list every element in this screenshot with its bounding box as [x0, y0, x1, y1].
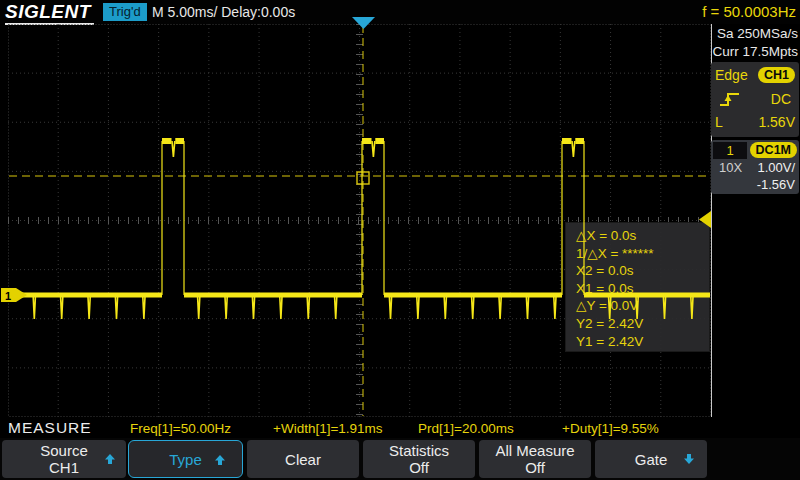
down-arrow-icon	[683, 453, 695, 465]
cursor-readout[interactable]: △X = 0.0s1/△X = ******X2 = 0.0sX1 = 0.0s…	[565, 222, 710, 352]
up-arrow-icon	[214, 454, 226, 466]
button-value: Off	[525, 459, 545, 476]
button-value: Off	[409, 459, 429, 476]
channel-coupling-badge: DC1M	[750, 142, 797, 158]
menu-button-clear[interactable]: Clear	[247, 440, 359, 478]
measurement-readout: Prd[1]=20.00ms	[418, 421, 514, 436]
button-label: Source	[40, 442, 88, 459]
channel-panel[interactable]: 1 DC1M 10X 1.00V/ -1.56V	[711, 140, 799, 194]
button-label: Clear	[285, 451, 321, 468]
cursor-readout-line: △Y = 0.0V	[576, 297, 709, 315]
vertical-offset: -1.56V	[757, 177, 795, 192]
measure-title: MEASURE	[8, 419, 92, 437]
cursor-readout-line: 1/△X = ******	[576, 245, 709, 263]
trigger-level-letter: L	[715, 114, 723, 130]
menu-button-statistics[interactable]: Statistics Off	[363, 440, 475, 478]
trigger-coupling-label: DC	[771, 91, 791, 107]
trigger-level-value: 1.56V	[758, 114, 795, 130]
measurement-readout: +Width[1]=1.91ms	[273, 421, 383, 436]
button-value: CH1	[49, 459, 79, 476]
measure-bar: MEASURE Freq[1]=50.00Hz+Width[1]=1.91msP…	[0, 418, 800, 438]
button-label: Type	[169, 451, 202, 468]
menu-button-all-measure[interactable]: All Measure Off	[479, 440, 591, 478]
cursor-readout-line: △X = 0.0s	[576, 227, 709, 245]
vertical-scale: 1.00V/	[757, 160, 795, 175]
softkey-menu: Source CH1 Type Clear Statistics Off All…	[0, 438, 800, 480]
cursor-readout-line: X1 = 0.0s	[576, 280, 709, 298]
probe-attenuation: 10X	[719, 160, 742, 175]
rising-edge-icon	[719, 90, 740, 108]
button-label: Gate	[635, 451, 668, 468]
trigger-type-label: Edge	[715, 67, 748, 83]
trigger-panel[interactable]: Edge CH1 DC L 1.56V	[711, 62, 799, 137]
cursor-readout-line: Y2 = 2.42V	[576, 315, 709, 333]
oscilloscope-screen: SIGLENT Trig'd M 5.00ms/ Delay:0.00s f =…	[0, 0, 800, 480]
menu-button-source[interactable]: Source CH1	[2, 440, 126, 478]
menu-button-gate[interactable]: Gate	[595, 440, 707, 478]
cursor-readout-line: X2 = 0.0s	[576, 262, 709, 280]
button-label: Statistics	[389, 442, 449, 459]
measurement-readout: +Duty[1]=9.55%	[562, 421, 659, 436]
measurement-readout: Freq[1]=50.00Hz	[130, 421, 231, 436]
button-label: All Measure	[495, 442, 574, 459]
up-arrow-icon	[104, 453, 116, 465]
cursor-readout-line: Y1 = 2.42V	[576, 333, 709, 351]
menu-button-type[interactable]: Type	[128, 440, 243, 478]
channel-number-chip: 1	[713, 142, 747, 159]
trigger-source-badge: CH1	[758, 67, 795, 83]
